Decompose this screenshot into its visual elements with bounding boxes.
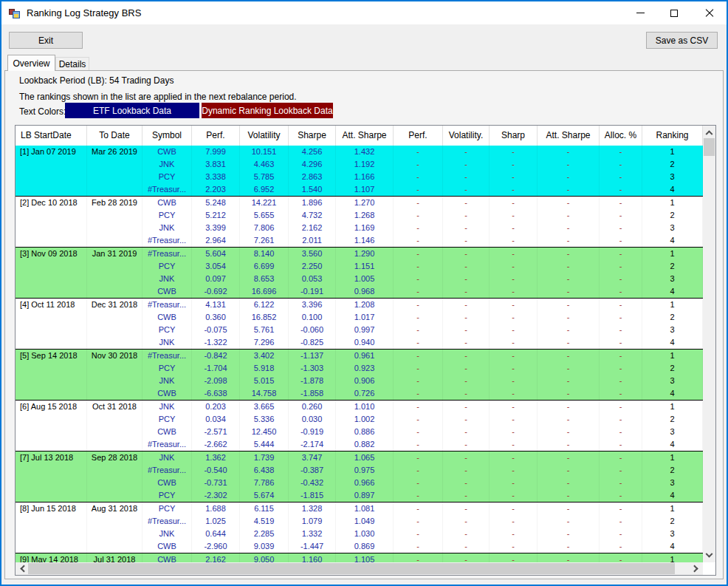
column-header-lb-startdate[interactable]: LB StartDate xyxy=(16,126,87,146)
table-row[interactable]: PCY-0.0755.761-0.0600.997-----3 xyxy=(16,324,703,336)
cell-symbol: JNK xyxy=(142,401,192,413)
app-window: Ranking Log Strategy BRS Exit Save as CS… xyxy=(0,0,728,586)
tab-details[interactable]: Details xyxy=(55,57,89,71)
cell-ranking: 2 xyxy=(642,260,703,273)
table-row[interactable]: #Treasur...2.9647.2612.0111.146-----4 xyxy=(16,234,703,247)
cell-symbol: #Treasur... xyxy=(142,299,192,311)
cell-ranking: 3 xyxy=(642,222,703,234)
scroll-down-button[interactable] xyxy=(703,550,715,562)
horizontal-scrollbar-thumb[interactable] xyxy=(28,563,675,574)
table-row[interactable]: [1] Jan 07 2019Mar 26 2019CWB7.99910.151… xyxy=(16,146,703,158)
cell-sharp-dr: - xyxy=(490,477,538,489)
table-row[interactable]: CWB-0.69216.696-0.1910.968-----4 xyxy=(16,285,703,298)
cell-perf-dr: - xyxy=(394,234,443,247)
table-row[interactable]: #Treasur...-0.5406.438-0.3870.975-----2 xyxy=(16,464,703,477)
cell-volatility-dr: - xyxy=(443,197,490,209)
cell-sharpe-lb: -1.303 xyxy=(289,362,336,375)
column-header-sharpe-lb[interactable]: Sharpe xyxy=(289,126,336,146)
cell-ranking: 1 xyxy=(642,197,703,209)
cell-volatility-lb: 12.450 xyxy=(240,426,289,438)
scroll-up-button[interactable] xyxy=(703,126,715,138)
scroll-left-button[interactable] xyxy=(16,562,28,575)
table-row[interactable]: CWB-2.57112.450-0.9190.886-----3 xyxy=(16,426,703,438)
column-header-perf-lb[interactable]: Perf. xyxy=(192,126,240,146)
scroll-right-button[interactable] xyxy=(690,562,703,575)
cell-perf-dr: - xyxy=(394,502,443,515)
cell-symbol: JNK xyxy=(142,273,192,285)
cell-alloc-pct: - xyxy=(600,197,642,209)
column-header-att-sharpe-lb[interactable]: Att. Sharpe xyxy=(336,126,394,146)
column-header-volatility-lb[interactable]: Volatility xyxy=(240,126,289,146)
table-row[interactable]: PCY3.3385.7852.8631.166-----3 xyxy=(16,171,703,183)
column-header-to-date[interactable]: To Date xyxy=(87,126,142,146)
cell-sharp-dr: - xyxy=(490,222,538,234)
column-header-alloc-pct[interactable]: Alloc. % xyxy=(600,126,642,146)
table-row[interactable]: CWB-2.9609.039-1.4470.869-----4 xyxy=(16,540,703,553)
cell-perf-dr: - xyxy=(394,515,443,528)
cell-volatility-lb: 5.785 xyxy=(240,171,289,183)
cell-lb-startdate xyxy=(16,183,87,196)
cell-lb-startdate xyxy=(16,540,87,553)
cell-att-sharpe-lb: 0.726 xyxy=(336,387,394,400)
table-row[interactable]: [8] Jun 15 2018Aug 31 2018PCY1.6886.1151… xyxy=(16,502,703,515)
cell-perf-lb: -6.638 xyxy=(192,387,240,400)
cell-symbol: #Treasur... xyxy=(142,183,192,196)
column-header-att-sharpe-dr[interactable]: Att. Sharpe xyxy=(538,126,600,146)
table-row[interactable]: [6] Aug 15 2018Oct 31 2018JNK0.2033.6650… xyxy=(16,401,703,413)
vertical-scrollbar[interactable] xyxy=(703,126,715,562)
column-header-volatility-dr[interactable]: Volatility. xyxy=(443,126,490,146)
cell-perf-dr: - xyxy=(394,299,443,311)
cell-volatility-lb: 5.444 xyxy=(240,438,289,451)
table-row[interactable]: JNK3.8314.4634.2961.192-----2 xyxy=(16,158,703,171)
cell-sharpe-lb: 2.863 xyxy=(289,171,336,183)
maximize-button[interactable] xyxy=(657,1,691,24)
table-row[interactable]: CWB-0.7317.786-0.4320.966-----3 xyxy=(16,477,703,489)
table-row[interactable]: JNK3.3997.8062.1621.169-----3 xyxy=(16,222,703,234)
column-header-symbol[interactable]: Symbol xyxy=(142,126,192,146)
cell-att-sharpe-dr: - xyxy=(538,387,600,400)
cell-sharpe-lb: 0.030 xyxy=(289,413,336,426)
table-row[interactable]: [3] Nov 09 2018Jan 31 2019#Treasur...5.6… xyxy=(16,248,703,260)
cell-ranking: 1 xyxy=(642,502,703,515)
cell-att-sharpe-dr: - xyxy=(538,528,600,540)
cell-att-sharpe-dr: - xyxy=(538,515,600,528)
save-as-csv-button[interactable]: Save as CSV xyxy=(646,32,718,49)
vertical-scrollbar-thumb[interactable] xyxy=(704,138,715,156)
table-row[interactable]: [2] Dec 10 2018Feb 28 2019CWB5.24814.221… xyxy=(16,197,703,209)
column-header-sharp-dr[interactable]: Sharp xyxy=(490,126,538,146)
table-row[interactable]: PCY5.2125.6554.7321.268-----2 xyxy=(16,209,703,222)
column-header-perf-dr[interactable]: Perf. xyxy=(394,126,443,146)
exit-button[interactable]: Exit xyxy=(9,32,83,49)
table-row[interactable]: PCY0.0345.3360.0301.002-----2 xyxy=(16,413,703,426)
cell-sharp-dr: - xyxy=(490,171,538,183)
table-row[interactable]: PCY-2.3025.674-1.8150.897-----4 xyxy=(16,489,703,502)
close-button[interactable] xyxy=(693,1,727,24)
table-row[interactable]: [7] Jul 13 2018Sep 28 2018JNK1.3621.7393… xyxy=(16,452,703,464)
table-row[interactable]: JNK0.0978.6530.0531.005-----3 xyxy=(16,273,703,285)
cell-alloc-pct: - xyxy=(600,222,642,234)
table-row[interactable]: JNK-2.0985.015-1.8780.906-----3 xyxy=(16,375,703,387)
cell-perf-dr: - xyxy=(394,540,443,553)
minimize-button[interactable] xyxy=(623,1,657,24)
table-row[interactable]: [5] Sep 14 2018Nov 30 2018#Treasur...-0.… xyxy=(16,350,703,362)
table-row[interactable]: JNK-1.3227.296-0.8250.940-----4 xyxy=(16,336,703,349)
cell-alloc-pct: - xyxy=(600,273,642,285)
table-row[interactable]: #Treasur...2.2036.9521.5401.107-----4 xyxy=(16,183,703,196)
table-row[interactable]: PCY-1.7045.918-1.3030.923-----2 xyxy=(16,362,703,375)
table-row[interactable]: #Treasur...1.0254.5191.0791.049-----2 xyxy=(16,515,703,528)
table-row[interactable]: CWB-6.63814.758-1.8580.726-----4 xyxy=(16,387,703,400)
cell-volatility-dr: - xyxy=(443,183,490,196)
tab-overview[interactable]: Overview xyxy=(7,55,55,71)
cell-to-date xyxy=(87,515,142,528)
column-header-ranking[interactable]: Ranking xyxy=(642,126,703,146)
table-row[interactable]: #Treasur...-2.6625.444-2.1740.882-----4 xyxy=(16,438,703,451)
table-row[interactable]: CWB0.36016.8520.1001.017-----2 xyxy=(16,311,703,324)
cell-to-date xyxy=(87,222,142,234)
cell-att-sharpe-lb: 0.966 xyxy=(336,477,394,489)
horizontal-scrollbar[interactable] xyxy=(16,562,703,575)
cell-att-sharpe-lb: 0.897 xyxy=(336,489,394,502)
table-row[interactable]: JNK0.6442.2851.3321.030-----3 xyxy=(16,528,703,540)
table-row[interactable]: [4] Oct 11 2018Dec 31 2018#Treasur...4.1… xyxy=(16,299,703,311)
cell-perf-lb: 0.097 xyxy=(192,273,240,285)
table-row[interactable]: PCY3.0546.6992.2501.151-----2 xyxy=(16,260,703,273)
